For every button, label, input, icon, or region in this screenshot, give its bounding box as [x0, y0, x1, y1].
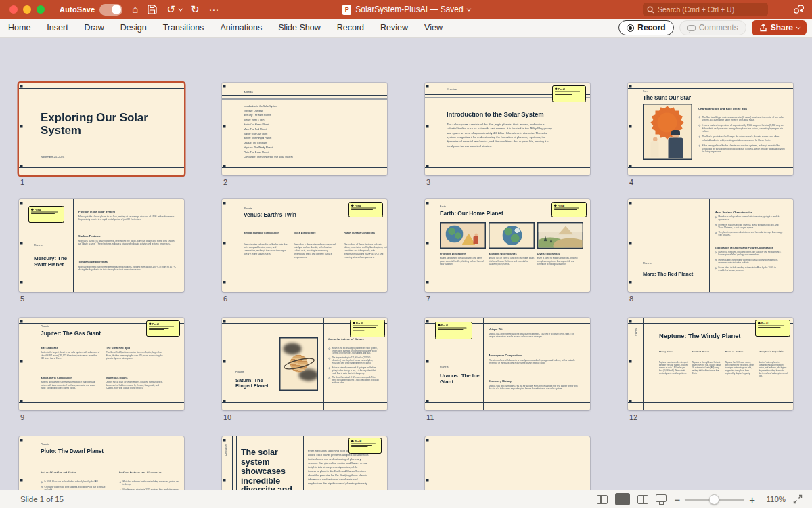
plusai-note[interactable]: Plus AI: [435, 322, 472, 339]
plusai-note[interactable]: Plus AI: [552, 85, 586, 102]
column-heading: Protective Atmosphere: [440, 253, 487, 255]
plusai-note[interactable]: Plus AI: [348, 202, 383, 217]
tab-insert[interactable]: Insert: [39, 19, 76, 37]
comments-button[interactable]: Comments: [679, 20, 746, 35]
slide-counter: Slide 1 of 15: [20, 495, 64, 503]
plusai-note[interactable]: Plus AI: [146, 320, 180, 337]
zoom-slider[interactable]: [685, 499, 744, 501]
section-heading: Mars' Surface Characteristics: [715, 211, 784, 214]
column-body: Neptune is the eighth and farthest plane…: [692, 361, 721, 375]
title-chevron-icon: [466, 6, 471, 11]
section-heading: Surface Features: [78, 234, 176, 238]
slide-thumbnail-2[interactable]: Agenda Introduction to the Solar SystemT…: [222, 83, 387, 175]
biodiversity-landscape-illustration: [537, 222, 583, 249]
share-button[interactable]: Share: [752, 20, 807, 35]
column-body: Earth is home to millions of species, cr…: [537, 257, 584, 266]
plusai-logo-icon: [351, 440, 354, 443]
undo-icon[interactable]: ↺: [166, 0, 175, 19]
tab-home[interactable]: Home: [0, 19, 39, 37]
tab-transitions[interactable]: Transitions: [155, 19, 212, 37]
slide7-title: Earth: Our Home Planet: [440, 211, 548, 217]
tab-design[interactable]: Design: [112, 19, 155, 37]
slide6-kicker: Planets: [244, 207, 252, 210]
slide-thumbnail-6[interactable]: Planets Venus: Earth's Twin Similar Size…: [222, 199, 387, 292]
slide-thumbnail-5[interactable]: Plus AI Planets Mercury: The Swift Plane…: [19, 199, 184, 292]
slide-number-8: 8: [629, 295, 633, 303]
minimize-button[interactable]: [23, 5, 31, 14]
slide-thumbnail-12[interactable]: Planets Neptune: The Windy Planet Strong…: [628, 318, 793, 410]
plusai-logo-icon: [554, 205, 557, 207]
tab-record[interactable]: Record: [329, 19, 372, 37]
slide6-title: Venus: Earth's Twin: [244, 212, 345, 218]
column-body: Neptune's atmosphere is composed mainly …: [759, 361, 788, 377]
tab-animations[interactable]: Animations: [212, 19, 270, 37]
tab-slide-show[interactable]: Slide Show: [270, 19, 329, 37]
reading-view-icon[interactable]: [637, 495, 648, 504]
section-heading: Temperature Extremes: [78, 260, 176, 263]
home-icon[interactable]: ⌂: [132, 0, 138, 19]
slide-thumbnail-8[interactable]: Planets Mars: The Red Planet Mars' Surfa…: [628, 199, 793, 292]
slide-number-6: 6: [223, 295, 227, 303]
redo-icon[interactable]: ↻: [191, 0, 200, 19]
slide-thumbnail-3[interactable]: Overview Introduction to the Solar Syste…: [425, 83, 590, 175]
share-button-label: Share: [771, 23, 793, 33]
section-body: Mercury experiences extreme temperature …: [78, 265, 176, 271]
close-button[interactable]: [9, 5, 18, 14]
search-input[interactable]: [658, 5, 759, 14]
zoom-in-button[interactable]: +: [749, 494, 755, 505]
section-body: The atmosphere of Uranus is primarily co…: [489, 358, 581, 364]
tab-review[interactable]: Review: [372, 19, 416, 37]
document-title-menu[interactable]: P SolarSystem-PlusAI — Saved: [342, 5, 469, 15]
plusai-note[interactable]: Plus AI: [28, 206, 64, 223]
tab-draw[interactable]: Draw: [76, 19, 112, 37]
slide1-title: Exploring Our Solar System: [41, 111, 159, 136]
slide-number-1: 1: [20, 178, 24, 186]
slide13-title: Pluto: The Dwarf Planet: [41, 448, 149, 454]
zoom-slider-thumb[interactable]: [709, 494, 719, 505]
slide7-kicker: Earth: [440, 205, 446, 208]
slide-thumbnail-11[interactable]: Plus AI Planets Uranus: The Ice Giant Un…: [425, 318, 590, 410]
column-body: Neptune experiences the strongest winds …: [659, 361, 688, 375]
slide-number-11: 11: [426, 413, 434, 421]
plusai-note-label: Plus AI: [355, 440, 361, 442]
section-bullets: Mars has a rocky surface covered with ir…: [715, 215, 784, 236]
fullscreen-button[interactable]: [37, 5, 45, 14]
quad-body: Jupiter has at least 79 known moons, inc…: [106, 381, 166, 389]
slide-thumbnail-4[interactable]: Sun The Sun: Our Star Characteristics an…: [628, 83, 793, 175]
share-icon: [759, 24, 767, 32]
plusai-note[interactable]: Plus AI: [348, 438, 382, 454]
more-commands-icon[interactable]: ···: [209, 0, 219, 19]
slide-sorter-view-icon[interactable]: [615, 493, 630, 505]
slide-show-icon[interactable]: [656, 494, 667, 502]
tab-view[interactable]: View: [416, 19, 451, 37]
column-heading: Reclassification and Status: [41, 471, 107, 474]
slide3-title: Introduction to the Solar System: [447, 111, 562, 118]
section-heading: Discovery History: [489, 379, 581, 383]
normal-view-icon[interactable]: [597, 495, 608, 504]
slide-number-9: 9: [20, 413, 24, 421]
slide-thumbnail-10[interactable]: Planets Saturn: The Ringed Planet Charac…: [222, 318, 387, 410]
quad-body: Jupiter is the largest planet in our sol…: [41, 351, 101, 360]
slide-thumbnail-1[interactable]: Exploring Our Solar System November 25, …: [19, 83, 184, 175]
save-icon[interactable]: [148, 5, 157, 14]
status-bar: Slide 1 of 15 − + 110%: [0, 490, 812, 508]
slide10-title: Saturn: The Ringed Planet: [235, 377, 269, 388]
undo-chevron-icon[interactable]: [178, 6, 183, 11]
plusai-note[interactable]: Plus AI: [551, 202, 587, 217]
slide11-kicker: Planets: [440, 366, 449, 368]
column-heading: Diverse Biodiversity: [537, 253, 584, 255]
toggle-knob: [112, 5, 121, 14]
fit-to-window-icon[interactable]: [793, 494, 803, 504]
plusai-note[interactable]: Plus AI: [755, 320, 790, 337]
slide8-kicker: Planets: [643, 262, 652, 265]
zoom-out-button[interactable]: −: [674, 494, 680, 505]
autosave-toggle[interactable]: [99, 4, 122, 16]
plusai-note[interactable]: Plus AI: [350, 320, 385, 337]
presenter-coach-icon[interactable]: [792, 3, 804, 18]
slide-thumbnail-9[interactable]: Planets Jupiter: The Gas Giant Size and …: [19, 318, 184, 410]
column-heading: Atmospheric Composition: [759, 350, 788, 356]
record-button[interactable]: Record: [618, 20, 673, 35]
slide4-bullets: The Sun is a G-type main-sequence star (…: [698, 115, 785, 155]
sun-illustration: [643, 104, 692, 160]
slide-thumbnail-7[interactable]: Earth Earth: Our Home Planet: [425, 199, 590, 292]
